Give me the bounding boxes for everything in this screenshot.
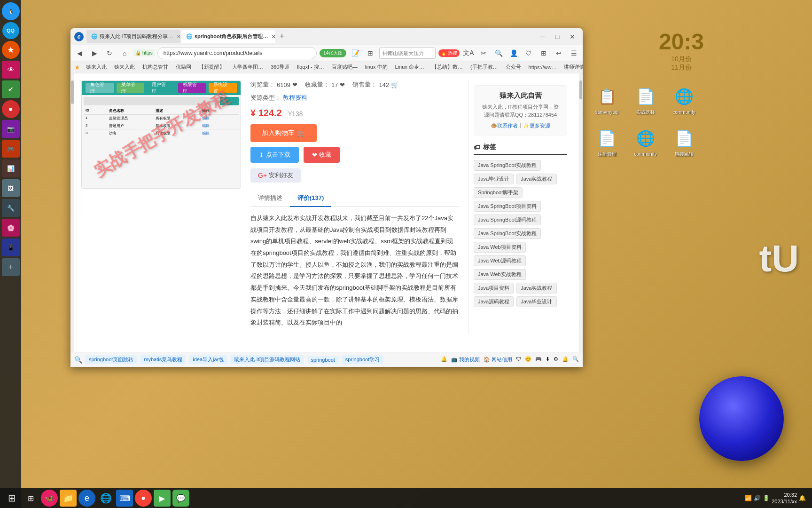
taskbar-add-icon[interactable]: + [2, 258, 20, 276]
desktop-file-6[interactable]: 📄 注册管理 [592, 127, 622, 157]
bookmark-new[interactable]: 【新提醒】 [197, 63, 226, 71]
taskbar-edge-button[interactable]: e [78, 490, 95, 507]
address-input[interactable] [157, 47, 317, 59]
bookmark-360[interactable]: 360导师 [269, 63, 291, 71]
tag-java-material[interactable]: Java项目资料 [474, 283, 514, 294]
right-scrollbar[interactable] [579, 73, 583, 352]
search-springboot-learn[interactable]: springboot学习 [342, 355, 383, 364]
bottom-emoji-icon[interactable]: 😊 [525, 356, 531, 363]
bookmark-org[interactable]: 机构总管甘 [141, 63, 170, 71]
taskbar-start-button[interactable]: ⊞ [3, 490, 20, 507]
search-idea-jar[interactable]: idea导入jar包 [189, 355, 227, 364]
search-mybatis[interactable]: mybatis菜鸟教程 [140, 355, 186, 364]
taskbar-game-icon[interactable]: 🎮 [2, 140, 20, 158]
tag-web-practice[interactable]: Java Web实战教程 [474, 269, 526, 280]
contact-author-link[interactable]: 🐵联系作者 [491, 122, 518, 129]
tab-yuanlrc[interactable]: 🌐 猿来入此-IT项目源码教程分享… × [86, 30, 180, 43]
bookmark-llqqxf[interactable]: llqqxf - 搜… [295, 63, 326, 71]
tag-graduation2[interactable]: Java毕业设计 [516, 296, 556, 307]
bookmark-baidu[interactable]: 百度贴吧— [330, 63, 359, 71]
tab-detail[interactable]: 详情描述 [250, 190, 290, 207]
bookmark-yuanlrc2[interactable]: 猿来入此 [112, 63, 137, 71]
taskbar-flower-icon[interactable]: 🌸 [2, 219, 20, 237]
resource-type-link[interactable]: 教程资料 [283, 94, 307, 101]
tag-springboot-practice[interactable]: Java SpringBoot实战教程 [474, 160, 541, 171]
search-yuanlrc[interactable]: 猿来入此-it项目源码教程网站 [230, 355, 304, 364]
desktop-file-3[interactable]: 📄 实战选择 [630, 85, 661, 121]
bottom-notifications-icon[interactable]: 🔔 [562, 356, 569, 363]
bookmark-linux2[interactable]: Linux 命令… [393, 63, 426, 71]
tab-add-button[interactable]: + [276, 31, 288, 42]
bottom-settings2-icon[interactable]: ⚙ [554, 356, 558, 363]
taskbar-camera-icon[interactable]: 📷 [2, 120, 20, 138]
translate-btn[interactable]: 📝 [349, 47, 361, 59]
taskbar-chrome-button[interactable]: 🌐 [97, 490, 114, 507]
taskbar-wechat-button[interactable]: 💬 [172, 490, 189, 507]
bookmark-yuanlrc1[interactable]: 猿来入此 [84, 63, 109, 71]
tab-yuanlrc-close[interactable]: × [177, 33, 180, 40]
collect-button[interactable]: ❤ 收藏 [304, 147, 340, 163]
bottom-bell-icon[interactable]: 🔔 [441, 356, 447, 363]
bookmark-uni[interactable]: 大学四年图… [230, 63, 265, 71]
tag-web-source[interactable]: Java Web源码教程 [474, 255, 526, 266]
window-minimize-button[interactable]: ─ [536, 32, 549, 42]
scissors-btn[interactable]: ✂ [477, 47, 490, 59]
taskbar-photo-icon[interactable]: 🖼 [2, 179, 20, 197]
tag-java-practice2[interactable]: Java实战教程 [516, 283, 556, 294]
search-springboot-jump[interactable]: springboot页面跳转 [85, 355, 137, 364]
back-button[interactable]: ◀ [73, 47, 86, 59]
desktop-file-2[interactable]: 📋 ssmvmysql [592, 85, 622, 121]
desktop-file-8[interactable]: 📄 链接跳转 [669, 127, 699, 157]
taskbar-record-button[interactable]: ● [135, 490, 152, 507]
taskbar-green-icon[interactable]: ✔ [2, 80, 20, 98]
bottom-video-link[interactable]: 📺 我的视频 [451, 356, 480, 363]
search-btn[interactable]: 🔍 [492, 47, 505, 59]
tray-notification-icon[interactable]: 🔔 [799, 495, 806, 501]
shield-btn[interactable]: 🛡 [523, 47, 535, 59]
bottom-shield2-icon[interactable]: 🛡 [516, 356, 521, 363]
apps-btn[interactable]: ⊞ [538, 47, 550, 59]
taskbar-wrench-icon[interactable]: 🔧 [2, 199, 20, 217]
tag-springboot-scaffold[interactable]: Springboot脚手架 [474, 187, 523, 198]
home-button[interactable]: ⌂ [118, 47, 131, 59]
vertical-scrollbar[interactable] [70, 73, 74, 352]
tag-java-source[interactable]: Java源码教程 [474, 296, 514, 307]
bookmark-summary[interactable]: 【总结】数… [430, 63, 465, 71]
taskbar-green2-button[interactable]: ▶ [154, 490, 171, 507]
bottom-download-icon[interactable]: ⬇ [546, 356, 550, 363]
taskbar-vscode-button[interactable]: ⌨ [116, 490, 133, 507]
taskbar-red-icon[interactable]: ● [2, 100, 20, 118]
forward-button[interactable]: ▶ [88, 47, 101, 59]
desktop-file-4[interactable]: 🌐 communify [669, 85, 699, 121]
bookmark-linux1[interactable]: linux 中的 [363, 63, 390, 71]
tag-springboot-practice2[interactable]: Java SpringBoot实战教程 [474, 228, 541, 239]
taskbar-folder-button[interactable]: 📁 [60, 490, 77, 507]
tab-springboot[interactable]: 🌐 springboot角色权限后台管理… × [181, 30, 275, 43]
quick-search-input[interactable] [379, 48, 436, 59]
tag-web-material[interactable]: Java Web项目资料 [474, 242, 526, 253]
more-resources-link[interactable]: ✨更多资源 [523, 122, 550, 129]
bookmark-hand[interactable]: (手把手教… [468, 63, 500, 71]
tab-review[interactable]: 评价(137) [290, 190, 331, 207]
download-button[interactable]: ⬇ 点击下载 [250, 147, 299, 163]
user-btn[interactable]: 👤 [508, 47, 520, 59]
tag-java-practice[interactable]: Java实战教程 [516, 174, 556, 184]
taskbar-eye-icon[interactable]: 👁 [2, 61, 20, 79]
taskbar-butterfly-button[interactable]: 🦋 [41, 490, 58, 507]
bottom-search2-icon[interactable]: 🔍 [572, 356, 579, 363]
menu-btn[interactable]: ☰ [568, 47, 580, 59]
taskbar-search-button[interactable]: ⊞ [22, 490, 39, 507]
bottom-site-credit[interactable]: 🏠 网站信用 [484, 356, 512, 363]
tag-springboot-source[interactable]: Java SpringBoot源码教程 [474, 214, 541, 225]
taskbar-star-icon[interactable]: ★ [2, 41, 20, 59]
grid-btn[interactable]: ⊞ [364, 47, 376, 59]
taskbar-phone-icon[interactable]: 📱 [2, 238, 20, 256]
back2-btn[interactable]: ↩ [553, 47, 565, 59]
desktop-file-7[interactable]: 🌐 community [630, 127, 661, 157]
share-button[interactable]: G+ 安利好友 [250, 168, 301, 183]
bookmark-official[interactable]: 公众号 [504, 63, 523, 71]
taskbar-penguin-icon[interactable]: 🐧 [2, 2, 20, 20]
bookmark-yurong[interactable]: 优融网 [174, 63, 193, 71]
tag-springboot-material[interactable]: Java SpringBoot项目资料 [474, 201, 541, 212]
taskbar-qq-icon[interactable]: QQ [2, 22, 19, 39]
